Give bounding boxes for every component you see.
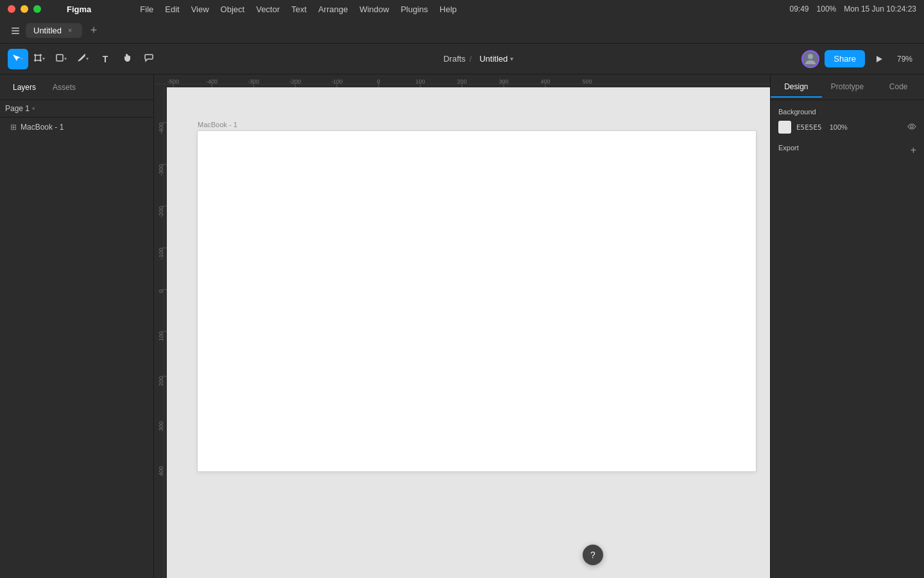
bg-color-swatch[interactable] — [778, 121, 791, 134]
breadcrumb-drafts[interactable]: Drafts — [443, 54, 466, 64]
svg-text:-300: -300 — [158, 164, 164, 176]
menu-vector[interactable]: Vector — [251, 3, 285, 15]
left-panel: Layers Assets Page 1 ▾ ⊞ MacBook - 1 — [0, 74, 154, 578]
comment-tool-button[interactable] — [139, 49, 159, 69]
traffic-lights — [8, 5, 41, 13]
menu-edit[interactable]: Edit — [160, 3, 184, 15]
page-name: Page 1 — [5, 104, 30, 113]
menu-help[interactable]: Help — [434, 3, 462, 15]
background-row: E5E5E5 100% — [778, 121, 916, 134]
move-icon — [12, 53, 21, 65]
titlebar: Figma File Edit View Object Vector Text … — [0, 0, 924, 18]
pen-tool-arrow-icon: ▾ — [86, 56, 90, 62]
panel-tabs: Layers Assets — [0, 74, 153, 100]
menu-window[interactable]: Window — [354, 3, 394, 15]
pen-tool-button[interactable]: ▾ — [73, 49, 94, 69]
svg-text:500: 500 — [582, 78, 592, 85]
menu-view[interactable]: View — [186, 3, 214, 15]
frame-icon — [33, 53, 42, 65]
layer-name: MacBook - 1 — [21, 123, 64, 132]
svg-rect-2 — [12, 33, 19, 34]
move-tool-arrow-icon: ▾ — [21, 56, 24, 62]
svg-text:400: 400 — [158, 466, 164, 476]
svg-text:0: 0 — [158, 290, 164, 293]
tab-assets[interactable]: Assets — [45, 79, 83, 96]
breadcrumb-file-title[interactable]: Untitled ▾ — [475, 51, 517, 66]
tab-code[interactable]: Code — [873, 77, 924, 98]
svg-rect-1 — [12, 30, 19, 31]
figma-frame[interactable] — [198, 131, 756, 471]
svg-rect-12 — [56, 55, 63, 61]
svg-text:-200: -200 — [158, 206, 164, 218]
svg-text:-400: -400 — [158, 123, 164, 134]
sidebar-toggle-icon[interactable] — [5, 21, 26, 41]
move-tool-button[interactable]: ▾ — [8, 49, 28, 69]
visibility-toggle-icon[interactable] — [907, 122, 916, 133]
right-panel: Design Prototype Code Background E5E5E5 … — [770, 74, 924, 578]
right-panel-content: Background E5E5E5 100% Export + — [771, 100, 924, 578]
frame-label: MacBook - 1 — [198, 121, 237, 130]
hand-tool-button[interactable] — [117, 49, 137, 69]
main-layout: Layers Assets Page 1 ▾ ⊞ MacBook - 1 -50… — [0, 74, 924, 578]
menu-file[interactable]: File — [135, 3, 158, 15]
menu-object[interactable]: Object — [216, 3, 250, 15]
tab-untitled[interactable]: Untitled × — [26, 23, 82, 38]
shape-tool-button[interactable]: ▾ — [51, 49, 72, 69]
svg-point-13 — [808, 54, 813, 59]
bg-color-value: E5E5E5 — [796, 123, 822, 132]
menu-plugins[interactable]: Plugins — [395, 3, 433, 15]
titlebar-right: 09:49 100% Mon 15 Jun 10:24:23 — [790, 4, 917, 13]
tab-prototype[interactable]: Prototype — [822, 77, 873, 98]
zoom-level[interactable]: 79% — [893, 52, 916, 66]
layer-item-macbook[interactable]: ⊞ MacBook - 1 — [3, 120, 151, 134]
page-selector[interactable]: Page 1 ▾ — [0, 100, 153, 118]
tab-close-button[interactable]: × — [65, 26, 74, 35]
hand-icon — [123, 53, 132, 65]
layer-expand-icon: ⊞ — [10, 123, 17, 132]
svg-rect-0 — [12, 28, 19, 29]
tab-bar: Untitled × + — [0, 18, 924, 44]
menu-text[interactable]: Text — [286, 3, 312, 15]
canvas-area[interactable]: -500 -400 -300 -200 -100 0 100 200 300 4… — [154, 74, 770, 578]
menu-arrange[interactable]: Arrange — [313, 3, 353, 15]
app-logo: Figma — [67, 4, 91, 14]
text-icon: T — [103, 54, 108, 64]
bg-opacity-value: 100% — [830, 123, 848, 131]
os-battery: 100% — [817, 4, 837, 13]
os-time: 09:49 — [790, 4, 809, 13]
tab-layers[interactable]: Layers — [5, 79, 44, 96]
layers-list: ⊞ MacBook - 1 — [0, 118, 153, 578]
tab-title: Untitled — [33, 26, 62, 35]
shape-tool-arrow-icon: ▾ — [64, 56, 68, 62]
svg-rect-3 — [35, 55, 40, 60]
export-header: Export + — [778, 144, 916, 157]
toolbar: ▾ ▾ — [0, 44, 924, 74]
svg-text:-100: -100 — [158, 248, 164, 259]
new-tab-button[interactable]: + — [85, 22, 103, 40]
present-button[interactable] — [870, 50, 888, 68]
page-chevron-icon: ▾ — [32, 105, 35, 112]
ruler-horizontal: -500 -400 -300 -200 -100 0 100 200 300 4… — [154, 74, 770, 87]
right-panel-tabs: Design Prototype Code — [771, 74, 924, 100]
background-label: Background — [778, 108, 916, 116]
share-button[interactable]: Share — [825, 50, 865, 67]
chevron-down-icon: ▾ — [510, 55, 513, 62]
text-tool-button[interactable]: T — [95, 49, 116, 69]
tab-design[interactable]: Design — [771, 77, 822, 98]
add-export-button[interactable]: + — [911, 144, 916, 156]
toolbar-right: Share 79% — [801, 50, 916, 68]
minimize-button[interactable] — [21, 5, 28, 13]
toolbar-center: Drafts / Untitled ▾ — [162, 51, 799, 66]
frame-tool-arrow-icon: ▾ — [42, 56, 46, 62]
help-button[interactable]: ? — [583, 545, 603, 565]
os-datetime: Mon 15 Jun 10:24:23 — [844, 4, 916, 13]
canvas-content: MacBook - 1 — [167, 87, 770, 578]
maximize-button[interactable] — [33, 5, 41, 13]
close-button[interactable] — [8, 5, 15, 13]
export-section: Export + — [778, 144, 916, 157]
svg-text:300: 300 — [158, 421, 164, 431]
svg-text:200: 200 — [158, 376, 164, 386]
frame-tool-button[interactable]: ▾ — [30, 49, 50, 69]
avatar — [801, 50, 819, 68]
file-title-text: Untitled — [479, 54, 508, 64]
